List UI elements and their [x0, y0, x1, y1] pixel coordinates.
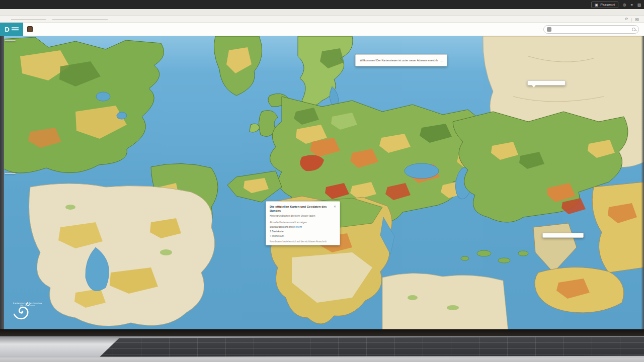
- app-avatar[interactable]: [27, 26, 33, 32]
- password-chip-label: Passwort: [600, 3, 615, 7]
- screen-bezel-left: [0, 36, 4, 331]
- map-tools-top: [5, 40, 16, 41]
- info-popup-section: Aktuelle Kartenauswahl anzeigen: [270, 221, 336, 224]
- info-popup-title: Die offiziellen Karten und Geodaten des …: [270, 205, 332, 213]
- screen-bezel-right: [641, 36, 644, 331]
- tabbar-right-controls: ▣ Passwort ◎ ≡ ▥: [591, 2, 641, 8]
- search-field[interactable]: [543, 25, 639, 34]
- refresh-icon[interactable]: ⟳: [625, 17, 628, 21]
- info-popup-link[interactable]: mehr: [296, 225, 302, 228]
- spiral-logo-icon: [12, 302, 32, 322]
- address-line: [11, 19, 46, 20]
- bookmarks-bar: [0, 9, 644, 16]
- info-popup-item-3[interactable]: ? Impressum: [270, 234, 336, 237]
- desk-surface: [0, 357, 644, 362]
- map-tooltip-scale: [527, 80, 566, 85]
- secondary-nav-bar: ⟳ | 96: [0, 16, 644, 23]
- logo-letter: D: [5, 26, 9, 33]
- banner-dismiss-button[interactable]: –: [441, 58, 443, 63]
- search-input[interactable]: [551, 26, 632, 33]
- app-logo[interactable]: D: [0, 23, 23, 36]
- map-tools-side: [5, 173, 16, 174]
- banner-text: Willkommen! Der Kartenviewer ist unter n…: [360, 59, 438, 62]
- close-icon[interactable]: ✕: [334, 205, 336, 208]
- tooltip-tail: [532, 85, 536, 87]
- divider: |: [631, 18, 632, 21]
- password-chip[interactable]: ▣ Passwort: [591, 2, 618, 8]
- address-line-2: [52, 19, 108, 20]
- menu-icon[interactable]: ▥: [637, 3, 641, 7]
- laptop-screen: ▣ Passwort ◎ ≡ ▥ ⟳ | 96 D: [0, 0, 644, 331]
- zoom-level: 96: [635, 18, 639, 21]
- screen-bezel-bottom: [0, 329, 644, 336]
- info-popup-item-1-text: Standardansicht öffnen: [270, 225, 295, 228]
- info-popup-item-2[interactable]: 1 Basiskarte: [270, 230, 336, 233]
- search-icon[interactable]: [632, 28, 635, 31]
- hamburger-icon: [12, 26, 19, 33]
- info-popup-item-1: Standardansicht öffnen mehr: [270, 225, 336, 228]
- map-tooltip-object: [542, 233, 584, 238]
- map-banner: Willkommen! Der Kartenviewer ist unter n…: [355, 54, 447, 66]
- map-watermark: kartenportal des bundes geo · atlas · vi…: [12, 302, 43, 307]
- map-info-popup: Die offiziellen Karten und Geodaten des …: [266, 201, 340, 245]
- secondary-nav-right: ⟳ | 96: [625, 17, 639, 21]
- key-icon: ▣: [595, 3, 598, 7]
- map-canvas[interactable]: Willkommen! Der Kartenviewer ist unter n…: [0, 36, 644, 331]
- info-popup-body: Hintergrundkarten direkt im Viewer laden: [270, 214, 336, 217]
- app-header: D: [0, 23, 644, 36]
- browser-tab-bar: ▣ Passwort ◎ ≡ ▥: [0, 0, 644, 9]
- profile-icon[interactable]: ◎: [623, 3, 626, 7]
- grid-icon: [547, 27, 551, 32]
- extensions-icon[interactable]: ≡: [631, 3, 633, 7]
- info-popup-footer: Koordinaten beziehen sich auf den sichtb…: [270, 240, 336, 243]
